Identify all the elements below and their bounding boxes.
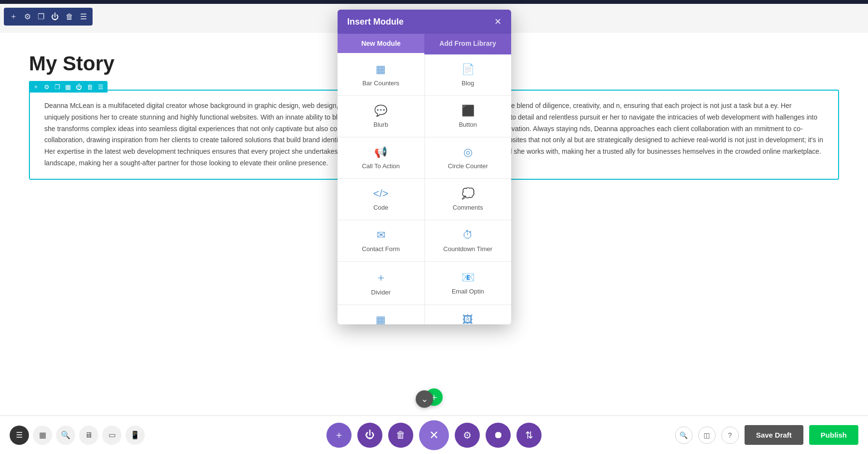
circle-counter-icon: ◎	[463, 146, 473, 159]
module-item-code[interactable]: </>Code	[338, 179, 424, 220]
blog-label: Blog	[461, 80, 474, 87]
blog-icon: 📄	[461, 63, 475, 76]
code-icon: </>	[373, 187, 389, 200]
module-item-filterable-portfolio[interactable]: ▦Filterable Portfolio	[338, 305, 424, 324]
call-to-action-label: Call To Action	[362, 162, 400, 170]
module-item-blog[interactable]: 📄Blog	[425, 54, 512, 95]
module-item-blurb[interactable]: 💬Blurb	[338, 96, 424, 137]
modal-header: Insert Module ✕	[338, 10, 511, 34]
gallery-icon: 🖼	[462, 314, 473, 324]
modal-tabs: New Module Add From Library	[338, 34, 511, 54]
module-item-gallery[interactable]: 🖼Gallery	[425, 305, 512, 324]
insert-module-modal: Insert Module ✕ New Module Add From Libr…	[338, 10, 511, 324]
module-item-comments[interactable]: 💭Comments	[425, 179, 512, 220]
blurb-icon: 💬	[374, 105, 387, 117]
comments-icon: 💭	[461, 187, 475, 200]
call-to-action-icon: 📢	[374, 146, 387, 159]
contact-form-label: Contact Form	[362, 245, 400, 253]
email-optin-label: Email Optin	[452, 288, 484, 295]
contact-form-icon: ✉	[377, 229, 385, 241]
module-item-contact-form[interactable]: ✉Contact Form	[338, 220, 424, 261]
email-optin-icon: 📧	[461, 271, 475, 284]
circle-counter-label: Circle Counter	[448, 162, 488, 170]
module-item-button[interactable]: ⬛Button	[425, 96, 512, 137]
countdown-timer-label: Countdown Timer	[443, 245, 492, 253]
divider-icon: ＋	[376, 270, 386, 285]
bar-counters-label: Bar Counters	[362, 80, 399, 87]
modal-close-button[interactable]: ✕	[494, 16, 502, 27]
button-label: Button	[459, 121, 477, 128]
comments-label: Comments	[453, 204, 483, 211]
module-grid: ▦Bar Counters📄Blog💬Blurb⬛Button📢Call To …	[338, 54, 511, 324]
module-item-bar-counters[interactable]: ▦Bar Counters	[338, 54, 424, 95]
button-icon: ⬛	[461, 105, 475, 117]
module-item-circle-counter[interactable]: ◎Circle Counter	[425, 137, 512, 178]
modal-title: Insert Module	[347, 17, 404, 27]
modal-toggle-button[interactable]: ⌄	[416, 390, 433, 408]
chevron-down-icon: ⌄	[421, 394, 428, 404]
countdown-timer-icon: ⏱	[462, 229, 473, 241]
modal-overlay: Insert Module ✕ New Module Add From Libr…	[0, 0, 868, 454]
module-item-divider[interactable]: ＋Divider	[338, 262, 424, 305]
module-item-countdown-timer[interactable]: ⏱Countdown Timer	[425, 220, 512, 261]
tab-new-module[interactable]: New Module	[338, 34, 424, 54]
bar-counters-icon: ▦	[376, 63, 386, 76]
divider-label: Divider	[371, 289, 391, 296]
module-item-call-to-action[interactable]: 📢Call To Action	[338, 137, 424, 178]
filterable-portfolio-icon: ▦	[376, 314, 386, 324]
code-label: Code	[373, 204, 388, 211]
blurb-label: Blurb	[374, 121, 388, 128]
tab-add-from-library[interactable]: Add From Library	[424, 34, 511, 54]
module-item-email-optin[interactable]: 📧Email Optin	[425, 262, 512, 305]
